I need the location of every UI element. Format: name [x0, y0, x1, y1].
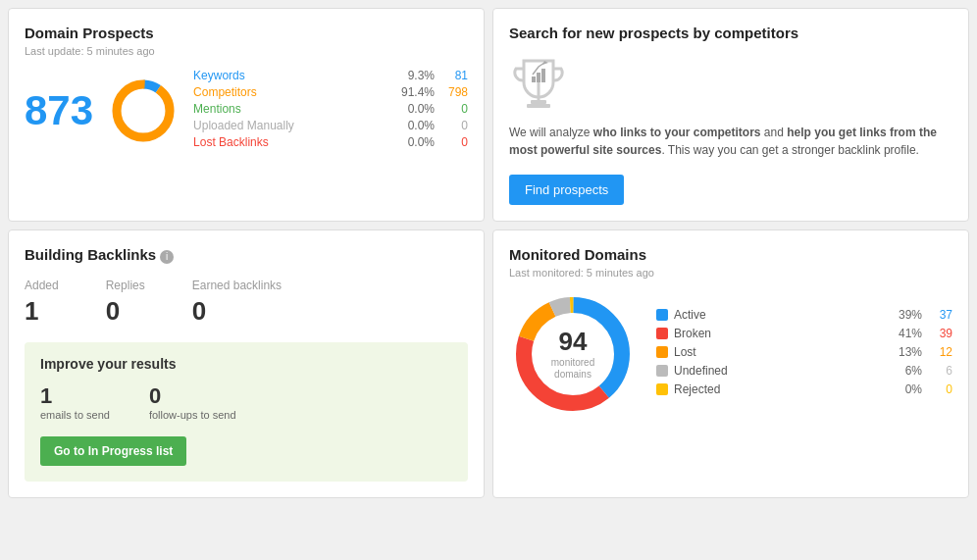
domain-prospects-donut: [109, 76, 178, 145]
legend-label: Broken: [674, 327, 882, 340]
legend-dot: [656, 365, 668, 377]
domain-prospects-title: Domain Prospects: [25, 25, 468, 41]
monitored-content: 94 monitoreddomains Active 39% 37 Broken…: [509, 290, 952, 418]
legend-dot: [656, 328, 668, 339]
domain-prospects-stats: Keywords 9.3% 81 Competitors 91.4% 798 M…: [193, 69, 468, 152]
stats-pct: 91.4%: [390, 85, 435, 99]
stats-label: Uploaded Manually: [193, 119, 386, 132]
legend-pct: 0%: [888, 382, 922, 396]
improve-stat-value: 1: [40, 383, 110, 409]
backlinks-stat: Earned backlinks 0: [192, 279, 282, 327]
stats-count: 0: [438, 119, 468, 132]
stats-count: 798: [438, 85, 468, 99]
domain-prospects-subtitle: Last update: 5 minutes ago: [25, 45, 468, 57]
legend-label: Rejected: [674, 382, 882, 396]
trophy-icon: [509, 53, 568, 112]
main-grid: Domain Prospects Last update: 5 minutes …: [8, 8, 969, 498]
improve-stat: 0 follow-ups to send: [149, 383, 236, 421]
legend-count: 37: [928, 308, 952, 322]
monitored-label: monitoreddomains: [551, 358, 594, 382]
search-competitors-title: Search for new prospects by competitors: [509, 25, 952, 41]
backlinks-stats: Added 1 Replies 0 Earned backlinks 0: [25, 279, 468, 327]
stats-count: 81: [438, 69, 468, 82]
stats-label: Keywords: [193, 69, 386, 82]
stats-count: 0: [438, 135, 468, 149]
monitored-domains-subtitle: Last monitored: 5 minutes ago: [509, 267, 952, 279]
stats-pct: 0.0%: [390, 119, 435, 132]
domain-prospects-card: Domain Prospects Last update: 5 minutes …: [8, 8, 485, 222]
stats-row: Mentions 0.0% 0: [193, 102, 468, 116]
stats-label: Lost Backlinks: [193, 135, 386, 149]
stats-pct: 0.0%: [390, 102, 435, 116]
legend-label: Active: [674, 308, 882, 322]
improve-stats: 1 emails to send 0 follow-ups to send: [40, 383, 452, 421]
backlinks-stat-value: 0: [106, 296, 145, 327]
go-to-in-progress-button[interactable]: Go to In Progress list: [40, 436, 186, 466]
domain-prospects-total: 873: [25, 90, 93, 131]
search-competitors-desc: We will analyze who links to your compet…: [509, 124, 952, 159]
donut-center: 94 monitoreddomains: [551, 327, 594, 381]
stats-row: Uploaded Manually 0.0% 0: [193, 119, 468, 132]
monitored-legend: Active 39% 37 Broken 41% 39 Lost 13% 12 …: [656, 308, 952, 401]
legend-count: 39: [928, 327, 952, 340]
legend-label: Undefined: [674, 364, 882, 378]
svg-rect-4: [527, 104, 550, 108]
backlinks-stat-label: Replies: [106, 279, 145, 292]
stats-label: Competitors: [193, 85, 386, 99]
legend-row: Undefined 6% 6: [656, 364, 952, 378]
improve-stat-label: follow-ups to send: [149, 409, 236, 421]
legend-pct: 6%: [888, 364, 922, 378]
search-competitors-card: Search for new prospects by competitors …: [492, 8, 969, 222]
legend-pct: 39%: [888, 308, 922, 322]
legend-pct: 41%: [888, 327, 922, 340]
legend-dot: [656, 309, 668, 321]
monitored-domains-title: Monitored Domains: [509, 246, 952, 263]
domain-prospects-content: 873 Keywords 9.3% 81 Competitors 91.4% 7…: [25, 69, 468, 152]
backlinks-stat-label: Earned backlinks: [192, 279, 282, 292]
stats-row: Competitors 91.4% 798: [193, 85, 468, 99]
building-backlinks-title: Building Backlinks: [25, 246, 156, 263]
find-prospects-button[interactable]: Find prospects: [509, 175, 624, 205]
svg-rect-7: [537, 73, 540, 82]
improve-stat: 1 emails to send: [40, 383, 110, 421]
backlinks-stat-label: Added: [25, 279, 59, 292]
legend-dot: [656, 383, 668, 395]
svg-rect-6: [532, 76, 536, 82]
legend-pct: 13%: [888, 345, 922, 359]
stats-count: 0: [438, 102, 468, 116]
legend-row: Active 39% 37: [656, 308, 952, 322]
stats-pct: 0.0%: [390, 135, 435, 149]
monitored-donut: 94 monitoreddomains: [509, 290, 637, 418]
legend-label: Lost: [674, 345, 882, 359]
building-backlinks-card: Building Backlinks i Added 1 Replies 0 E…: [8, 229, 485, 498]
monitored-domains-card: Monitored Domains Last monitored: 5 minu…: [492, 229, 969, 498]
monitored-total: 94: [551, 327, 594, 357]
improve-section: Improve your results 1 emails to send 0 …: [25, 342, 468, 482]
stats-pct: 9.3%: [390, 69, 435, 82]
backlinks-stat-value: 1: [25, 296, 59, 327]
svg-rect-3: [531, 100, 546, 104]
improve-title: Improve your results: [40, 356, 452, 372]
legend-count: 0: [928, 382, 952, 396]
svg-point-2: [117, 84, 170, 137]
legend-count: 6: [928, 364, 952, 378]
stats-row: Lost Backlinks 0.0% 0: [193, 135, 468, 149]
backlinks-stat: Replies 0: [106, 279, 145, 327]
svg-rect-8: [541, 69, 545, 82]
legend-dot: [656, 346, 668, 358]
stats-row: Keywords 9.3% 81: [193, 69, 468, 82]
legend-count: 12: [928, 345, 952, 359]
info-icon[interactable]: i: [160, 250, 174, 264]
legend-row: Rejected 0% 0: [656, 382, 952, 396]
backlinks-stat: Added 1: [25, 279, 59, 327]
backlinks-stat-value: 0: [192, 296, 282, 327]
improve-stat-value: 0: [149, 383, 236, 409]
improve-stat-label: emails to send: [40, 409, 110, 421]
stats-label: Mentions: [193, 102, 386, 116]
legend-row: Lost 13% 12: [656, 345, 952, 359]
legend-row: Broken 41% 39: [656, 327, 952, 340]
